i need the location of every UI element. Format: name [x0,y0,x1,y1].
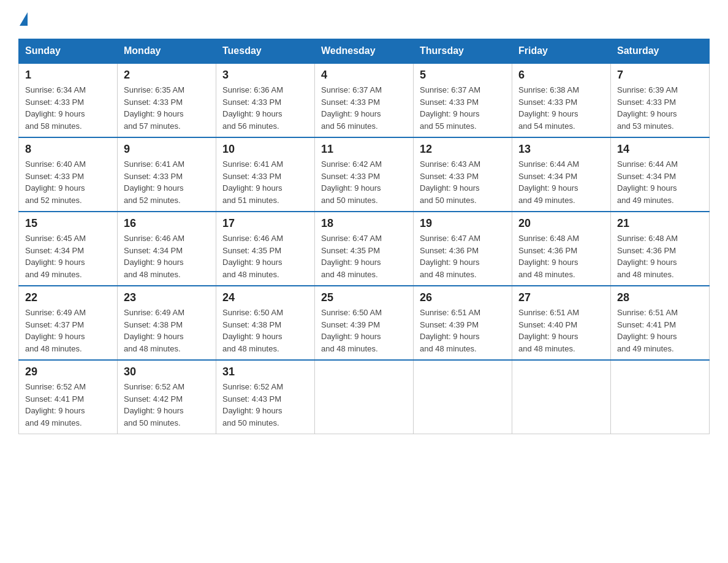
day-number: 21 [617,217,703,230]
day-number: 25 [321,291,407,304]
day-number: 18 [321,217,407,230]
day-number: 9 [124,143,210,156]
calendar-day-cell: 15Sunrise: 6:45 AMSunset: 4:34 PMDayligh… [19,212,118,286]
day-info: Sunrise: 6:35 AMSunset: 4:33 PMDaylight:… [124,84,210,132]
calendar-week-row: 8Sunrise: 6:40 AMSunset: 4:33 PMDaylight… [19,137,710,212]
calendar-day-cell: 23Sunrise: 6:49 AMSunset: 4:38 PMDayligh… [118,286,216,360]
calendar-day-cell: 3Sunrise: 6:36 AMSunset: 4:33 PMDaylight… [216,63,315,137]
day-info: Sunrise: 6:52 AMSunset: 4:41 PMDaylight:… [25,381,111,429]
calendar-week-row: 29Sunrise: 6:52 AMSunset: 4:41 PMDayligh… [19,360,710,434]
day-info: Sunrise: 6:47 AMSunset: 4:36 PMDaylight:… [420,232,506,280]
calendar-day-cell: 12Sunrise: 6:43 AMSunset: 4:33 PMDayligh… [414,137,512,212]
calendar-day-cell: 19Sunrise: 6:47 AMSunset: 4:36 PMDayligh… [414,212,512,286]
day-info: Sunrise: 6:48 AMSunset: 4:36 PMDaylight:… [617,232,703,280]
day-info: Sunrise: 6:51 AMSunset: 4:40 PMDaylight:… [518,307,604,354]
day-number: 15 [25,217,111,230]
calendar-day-cell: 28Sunrise: 6:51 AMSunset: 4:41 PMDayligh… [611,286,710,360]
calendar-empty-cell [611,360,710,434]
day-number: 24 [222,291,308,304]
calendar-day-cell: 27Sunrise: 6:51 AMSunset: 4:40 PMDayligh… [512,286,611,360]
day-number: 8 [25,143,111,156]
day-info: Sunrise: 6:49 AMSunset: 4:38 PMDaylight:… [124,307,210,354]
day-number: 22 [25,291,111,304]
logo-triangle-icon [20,12,28,26]
calendar-day-cell: 29Sunrise: 6:52 AMSunset: 4:41 PMDayligh… [19,360,118,434]
day-info: Sunrise: 6:47 AMSunset: 4:35 PMDaylight:… [321,232,407,280]
calendar-header: SundayMondayTuesdayWednesdayThursdayFrid… [19,39,710,64]
day-number: 26 [420,291,506,304]
day-info: Sunrise: 6:51 AMSunset: 4:39 PMDaylight:… [420,307,506,354]
day-info: Sunrise: 6:49 AMSunset: 4:37 PMDaylight:… [25,307,111,354]
day-info: Sunrise: 6:46 AMSunset: 4:35 PMDaylight:… [222,232,308,280]
day-number: 23 [124,291,210,304]
calendar-day-cell: 30Sunrise: 6:52 AMSunset: 4:42 PMDayligh… [118,360,216,434]
day-number: 11 [321,143,407,156]
day-info: Sunrise: 6:40 AMSunset: 4:33 PMDaylight:… [25,158,111,206]
day-number: 14 [617,143,703,156]
day-number: 3 [222,69,308,82]
header-day-monday: Monday [118,39,216,64]
day-number: 29 [25,366,111,378]
day-number: 31 [222,366,308,378]
day-info: Sunrise: 6:43 AMSunset: 4:33 PMDaylight:… [420,158,506,206]
calendar-day-cell: 11Sunrise: 6:42 AMSunset: 4:33 PMDayligh… [315,137,414,212]
day-info: Sunrise: 6:37 AMSunset: 4:33 PMDaylight:… [321,84,407,132]
calendar-day-cell: 4Sunrise: 6:37 AMSunset: 4:33 PMDaylight… [315,63,414,137]
calendar-day-cell: 26Sunrise: 6:51 AMSunset: 4:39 PMDayligh… [414,286,512,360]
day-number: 13 [518,143,604,156]
logo [18,12,28,26]
header-day-saturday: Saturday [611,39,710,64]
day-info: Sunrise: 6:48 AMSunset: 4:36 PMDaylight:… [518,232,604,280]
day-number: 27 [518,291,604,304]
calendar-day-cell: 25Sunrise: 6:50 AMSunset: 4:39 PMDayligh… [315,286,414,360]
calendar-empty-cell [512,360,611,434]
calendar-day-cell: 17Sunrise: 6:46 AMSunset: 4:35 PMDayligh… [216,212,315,286]
calendar-empty-cell [315,360,414,434]
calendar-day-cell: 8Sunrise: 6:40 AMSunset: 4:33 PMDaylight… [19,137,118,212]
page-header [18,12,710,26]
day-info: Sunrise: 6:39 AMSunset: 4:33 PMDaylight:… [617,84,703,132]
day-info: Sunrise: 6:37 AMSunset: 4:33 PMDaylight:… [420,84,506,132]
day-number: 19 [420,217,506,230]
calendar-day-cell: 13Sunrise: 6:44 AMSunset: 4:34 PMDayligh… [512,137,611,212]
day-info: Sunrise: 6:46 AMSunset: 4:34 PMDaylight:… [124,232,210,280]
calendar-week-row: 15Sunrise: 6:45 AMSunset: 4:34 PMDayligh… [19,212,710,286]
header-day-thursday: Thursday [414,39,512,64]
day-info: Sunrise: 6:45 AMSunset: 4:34 PMDaylight:… [25,232,111,280]
header-day-wednesday: Wednesday [315,39,414,64]
day-info: Sunrise: 6:52 AMSunset: 4:43 PMDaylight:… [222,381,308,429]
calendar-day-cell: 18Sunrise: 6:47 AMSunset: 4:35 PMDayligh… [315,212,414,286]
day-info: Sunrise: 6:36 AMSunset: 4:33 PMDaylight:… [222,84,308,132]
day-number: 4 [321,69,407,82]
day-number: 5 [420,69,506,82]
day-info: Sunrise: 6:41 AMSunset: 4:33 PMDaylight:… [222,158,308,206]
day-info: Sunrise: 6:42 AMSunset: 4:33 PMDaylight:… [321,158,407,206]
calendar-day-cell: 5Sunrise: 6:37 AMSunset: 4:33 PMDaylight… [414,63,512,137]
calendar-day-cell: 24Sunrise: 6:50 AMSunset: 4:38 PMDayligh… [216,286,315,360]
day-number: 7 [617,69,703,82]
day-number: 6 [518,69,604,82]
day-info: Sunrise: 6:38 AMSunset: 4:33 PMDaylight:… [518,84,604,132]
day-number: 16 [124,217,210,230]
calendar-day-cell: 10Sunrise: 6:41 AMSunset: 4:33 PMDayligh… [216,137,315,212]
day-number: 1 [25,69,111,82]
day-info: Sunrise: 6:52 AMSunset: 4:42 PMDaylight:… [124,381,210,429]
calendar-week-row: 1Sunrise: 6:34 AMSunset: 4:33 PMDaylight… [19,63,710,137]
calendar-table: SundayMondayTuesdayWednesdayThursdayFrid… [18,39,710,434]
calendar-empty-cell [414,360,512,434]
day-info: Sunrise: 6:41 AMSunset: 4:33 PMDaylight:… [124,158,210,206]
day-info: Sunrise: 6:34 AMSunset: 4:33 PMDaylight:… [25,84,111,132]
header-row: SundayMondayTuesdayWednesdayThursdayFrid… [19,39,710,64]
calendar-day-cell: 2Sunrise: 6:35 AMSunset: 4:33 PMDaylight… [118,63,216,137]
day-info: Sunrise: 6:50 AMSunset: 4:38 PMDaylight:… [222,307,308,354]
header-day-sunday: Sunday [19,39,118,64]
day-number: 10 [222,143,308,156]
calendar-day-cell: 16Sunrise: 6:46 AMSunset: 4:34 PMDayligh… [118,212,216,286]
day-info: Sunrise: 6:44 AMSunset: 4:34 PMDaylight:… [617,158,703,206]
calendar-day-cell: 21Sunrise: 6:48 AMSunset: 4:36 PMDayligh… [611,212,710,286]
calendar-week-row: 22Sunrise: 6:49 AMSunset: 4:37 PMDayligh… [19,286,710,360]
header-day-tuesday: Tuesday [216,39,315,64]
calendar-day-cell: 1Sunrise: 6:34 AMSunset: 4:33 PMDaylight… [19,63,118,137]
calendar-day-cell: 7Sunrise: 6:39 AMSunset: 4:33 PMDaylight… [611,63,710,137]
calendar-day-cell: 22Sunrise: 6:49 AMSunset: 4:37 PMDayligh… [19,286,118,360]
